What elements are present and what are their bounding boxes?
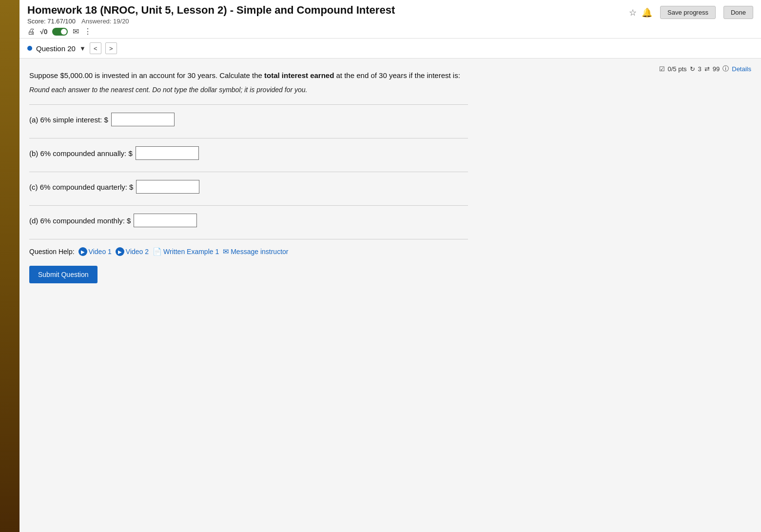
video1-play-icon: ▶ [78,247,87,256]
video1-link[interactable]: ▶ Video 1 [78,247,112,256]
main-content: ☑ 0/5 pts ↻ 3 ⇄ 99 ⓘ Details Suppose $5,… [20,59,761,532]
video2-label: Video 2 [126,248,149,256]
next-question-btn[interactable]: > [105,42,117,54]
info-icon: ⓘ [722,64,729,73]
history-count: 99 [713,65,720,73]
question-body: Suppose $5,000.00 is invested in an acco… [29,70,468,283]
divider-d [29,205,468,206]
input-d[interactable] [134,214,197,227]
mail-toolbar-icon[interactable]: ✉ [73,27,79,36]
points-bar: ☑ 0/5 pts ↻ 3 ⇄ 99 ⓘ Details [659,64,751,73]
sqrt-icon: √0 [40,28,47,36]
done-button[interactable]: Done [723,6,753,19]
top-bar-left: Homework 18 (NROC, Unit 5, Lesson 2) - S… [27,4,395,36]
answered-text: Answered: 19/20 [81,18,129,25]
input-a[interactable] [111,113,175,126]
points-text: 0/5 pts [668,65,687,73]
history-icon: ⇄ [704,65,710,73]
written-example-label: Written Example 1 [163,248,219,256]
label-b: (b) 6% compounded annually: $ [29,149,133,158]
question-text-bold: total interest earned [264,71,334,79]
question-dropdown-btn[interactable]: ▼ [79,45,86,52]
label-a: (a) 6% simple interest: $ [29,116,108,124]
answer-row-d: (d) 6% compounded monthly: $ [29,214,468,227]
submit-question-button[interactable]: Submit Question [29,266,98,283]
video2-link[interactable]: ▶ Video 2 [116,247,149,256]
answer-row-c: (c) 6% compounded quarterly: $ [29,180,468,194]
toolbar-row: 🖨 √0 ✉ ⋮ [27,27,395,36]
page-title: Homework 18 (NROC, Unit 5, Lesson 2) - S… [27,4,395,17]
retry-icon: ↻ [690,65,695,73]
divider-c [29,172,468,172]
print-icon[interactable]: 🖨 [27,27,35,36]
score-row: Score: 71.67/100 Answered: 19/20 [27,18,395,25]
title-row: Homework 18 (NROC, Unit 5, Lesson 2) - S… [27,4,395,17]
answer-row-a: (a) 6% simple interest: $ [29,113,468,126]
help-row: Question Help: ▶ Video 1 ▶ Video 2 📄 Wri… [29,247,468,256]
question-label: Question 20 [36,44,76,53]
top-bar: Homework 18 (NROC, Unit 5, Lesson 2) - S… [20,0,761,39]
video2-play-icon: ▶ [116,247,124,256]
star-icon-btn[interactable]: ☆ [629,7,637,18]
label-d: (d) 6% compounded monthly: $ [29,217,131,225]
bookmark-icon-btn[interactable]: 🔔 [642,7,652,18]
input-c[interactable] [136,180,199,194]
divider-help [29,239,468,239]
top-icons: ☆ 🔔 [629,7,652,18]
question-text: Suppose $5,000.00 is invested in an acco… [29,70,468,81]
top-bar-right: ☆ 🔔 Save progress Done [629,4,753,19]
written-example-link[interactable]: 📄 Written Example 1 [153,247,219,256]
video1-label: Video 1 [89,248,112,256]
input-b[interactable] [136,146,199,160]
retry-count: 3 [698,65,702,73]
question-text-part2: at the end of 30 years if the interest i… [334,71,460,79]
more-icon[interactable]: ⋮ [84,27,92,36]
save-progress-button[interactable]: Save progress [660,6,716,19]
instruction-text: Round each answer to the nearest cent. D… [29,85,468,95]
message-instructor-label: Message instructor [231,248,288,256]
score-text: Score: 71.67/100 [27,18,76,25]
question-nav-bar: Question 20 ▼ < > [20,39,761,59]
divider-a [29,104,468,105]
label-c: (c) 6% compounded quarterly: $ [29,183,133,191]
checkbox-icon: ☑ [659,65,665,73]
question-text-part1: Suppose $5,000.00 is invested in an acco… [29,71,264,79]
sidebar-left [0,0,20,532]
details-link[interactable]: Details [732,65,751,73]
prev-question-btn[interactable]: < [90,42,101,54]
mail-help-icon: ✉ [223,247,229,256]
help-label: Question Help: [29,248,75,256]
toggle-switch[interactable] [52,28,68,36]
answer-row-b: (b) 6% compounded annually: $ [29,146,468,160]
doc-icon: 📄 [153,247,162,256]
divider-b [29,138,468,138]
question-dot [27,46,32,51]
message-instructor-link[interactable]: ✉ Message instructor [223,247,288,256]
